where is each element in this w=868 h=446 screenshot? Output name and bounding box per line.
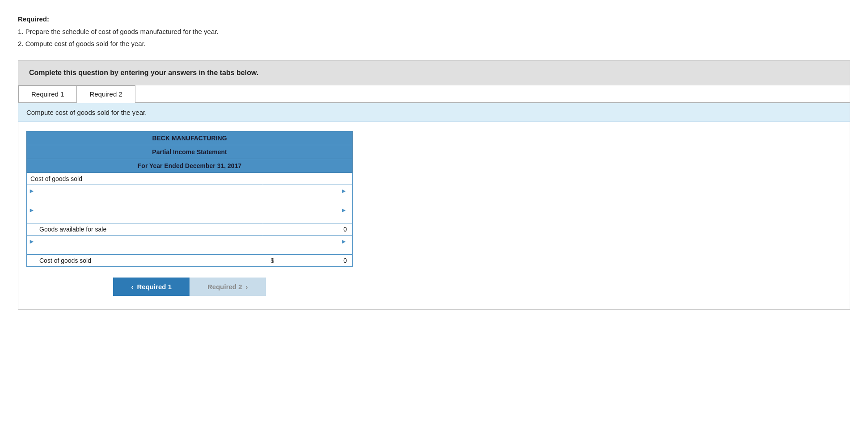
table-header-period: For Year Ended December 31, 2017 [27, 159, 353, 173]
row4-arrow-icon: ► [29, 238, 35, 245]
row2-value-cell[interactable]: ► [263, 204, 353, 223]
next-arrow-icon: › [246, 283, 248, 290]
row5-input[interactable] [276, 257, 349, 264]
row5-label-cell: Cost of goods sold [27, 254, 263, 266]
table-row: Cost of goods sold $ [27, 254, 353, 266]
row2-label-input[interactable] [29, 214, 250, 221]
period-text: For Year Ended December 31, 2017 [138, 162, 241, 169]
row2-value-input[interactable] [274, 214, 349, 221]
row3-label-cell: Goods available for sale [27, 223, 263, 235]
tab-body: BECK MANUFACTURING Partial Income Statem… [18, 122, 850, 309]
tab-required2[interactable]: Required 2 [76, 85, 135, 103]
table-row: Cost of goods sold [27, 173, 353, 185]
required-label: Required: [18, 15, 49, 23]
next-button[interactable]: Required 2 › [190, 278, 266, 296]
tab-description: Compute cost of goods sold for the year. [26, 109, 147, 116]
complete-banner: Complete this question by entering your … [18, 60, 850, 85]
statement-table: BECK MANUFACTURING Partial Income Statem… [26, 131, 353, 267]
row1-label-cell[interactable]: ► [27, 185, 263, 204]
instruction-item1: 1. Prepare the schedule of cost of goods… [18, 26, 850, 38]
row3-input[interactable] [267, 226, 349, 233]
prev-button-label: Required 1 [137, 283, 172, 290]
row4-value-arrow-icon: ► [341, 238, 347, 245]
prev-button[interactable]: ‹ Required 1 [113, 278, 190, 296]
row4-value-cell[interactable]: ► [263, 235, 353, 254]
tab-required2-label: Required 2 [89, 90, 122, 98]
bottom-nav: ‹ Required 1 Required 2 › [26, 278, 353, 296]
row0-label-cell: Cost of goods sold [27, 173, 263, 185]
company-name-text: BECK MANUFACTURING [152, 135, 227, 142]
row5-dollar-sign: $ [271, 257, 274, 264]
prev-arrow-icon: ‹ [131, 283, 133, 290]
tab-required1-label: Required 1 [31, 90, 64, 98]
tabs-row: Required 1 Required 2 [18, 85, 850, 103]
row0-label: Cost of goods sold [30, 175, 82, 182]
row5-label: Cost of goods sold [39, 257, 91, 264]
row4-value-input[interactable] [274, 245, 349, 252]
row1-value-cell[interactable]: ► [263, 185, 353, 204]
row1-arrow-icon: ► [29, 187, 35, 194]
tab-required1[interactable]: Required 1 [18, 85, 77, 102]
tabs-container: Required 1 Required 2 Compute cost of go… [18, 85, 850, 310]
statement-type-text: Partial Income Statement [152, 148, 227, 156]
table-row: Goods available for sale [27, 223, 353, 235]
row1-label-input[interactable] [29, 194, 250, 202]
tab-content-header: Compute cost of goods sold for the year. [18, 103, 850, 122]
row1-value-input[interactable] [274, 194, 349, 202]
table-row: ► ► [27, 185, 353, 204]
company-name: BECK MANUFACTURING [27, 131, 353, 145]
period: For Year Ended December 31, 2017 [27, 159, 353, 173]
instruction-item2: 2. Compute cost of goods sold for the ye… [18, 38, 850, 50]
row2-label-cell[interactable]: ► [27, 204, 263, 223]
row0-value-cell[interactable] [263, 173, 353, 185]
row0-input[interactable] [267, 175, 349, 182]
instructions: Required: 1. Prepare the schedule of cos… [18, 13, 850, 50]
row3-label: Goods available for sale [39, 226, 106, 233]
row2-arrow-icon: ► [29, 206, 35, 214]
row5-value-cell[interactable]: $ [263, 254, 353, 266]
row2-value-arrow-icon: ► [341, 206, 347, 214]
row1-value-arrow-icon: ► [341, 187, 347, 194]
table-header-company: BECK MANUFACTURING [27, 131, 353, 145]
next-button-label: Required 2 [207, 283, 242, 290]
table-row: ► ► [27, 235, 353, 254]
row3-value-cell[interactable] [263, 223, 353, 235]
table-header-type: Partial Income Statement [27, 145, 353, 159]
table-row: ► ► [27, 204, 353, 223]
row4-label-cell[interactable]: ► [27, 235, 263, 254]
statement-type: Partial Income Statement [27, 145, 353, 159]
banner-text: Complete this question by entering your … [29, 69, 258, 76]
row4-label-input[interactable] [29, 245, 250, 252]
